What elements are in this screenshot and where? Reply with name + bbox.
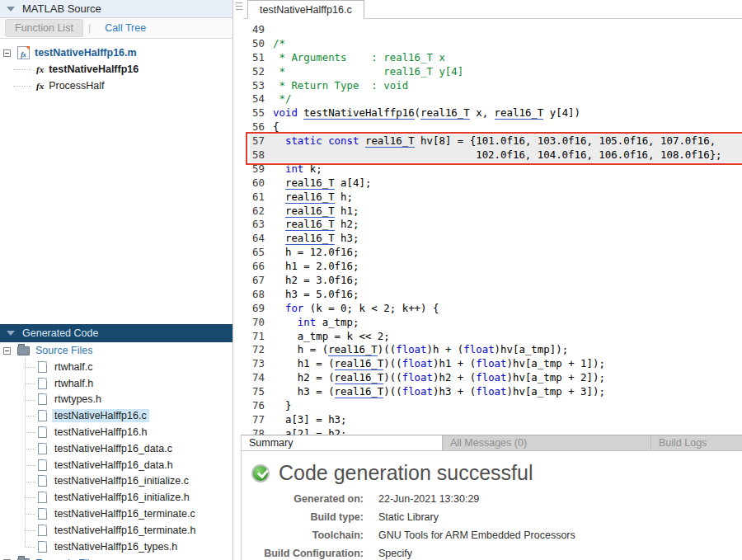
file-label[interactable]: testNativeHalffp16_types.h: [52, 540, 180, 553]
code-text: real16_T h1;: [273, 205, 359, 218]
code-token: [273, 218, 285, 230]
file-label[interactable]: testNativeHalffp16_data.h: [52, 459, 176, 472]
code-view[interactable]: 4950/*51 * Arguments : real16_T x52 * re…: [243, 19, 742, 435]
code-token: a_tmp = k << 2;: [273, 330, 390, 342]
generated-code-header[interactable]: Generated Code: [0, 324, 232, 342]
code-line-61[interactable]: 61 real16_T h;: [250, 191, 742, 205]
code-link[interactable]: real16_T: [335, 371, 384, 384]
code-link[interactable]: real16_T: [285, 205, 335, 218]
tree-item-rtwhalf-c[interactable]: rtwhalf.c: [0, 359, 232, 375]
code-line-57[interactable]: 57 static const real16_T hv[8] = {101.0f…: [250, 134, 742, 148]
tree-item-testnativehalffp16-terminate-h[interactable]: testNativeHalffp16_terminate.h: [0, 522, 232, 539]
code-line-52[interactable]: 52 * real16_T y[4]: [250, 65, 742, 79]
tree-item-testnativehalffp16[interactable]: fxtestNativeHalffp16: [0, 61, 232, 78]
code-line-62[interactable]: 62 real16_T h1;: [250, 205, 742, 219]
collapse-expander-icon[interactable]: [3, 49, 11, 57]
tree-item-testnativehalffp16-types-h[interactable]: testNativeHalffp16_types.h: [0, 539, 232, 555]
code-link[interactable]: real16_T: [285, 232, 335, 245]
code-link[interactable]: real16_T: [328, 343, 378, 356]
tab-summary[interactable]: Summary: [242, 435, 443, 450]
code-line-67[interactable]: 67 h2 = 3.0f16;: [250, 274, 742, 288]
tree-item-testnativehalffp16-terminate-c[interactable]: testNativeHalffp16_terminate.c: [0, 506, 232, 522]
collapse-expander-icon[interactable]: [3, 347, 11, 355]
code-line-59[interactable]: 59 int k;: [250, 162, 742, 176]
code-line-49[interactable]: 49: [250, 23, 742, 37]
code-link[interactable]: real16_T: [335, 357, 384, 370]
code-line-73[interactable]: 73 h1 = (real16_T)((float)h1 + (float)hv…: [250, 357, 742, 371]
file-icon: [38, 475, 47, 487]
tree-item-rtwtypes-h[interactable]: rtwtypes.h: [0, 392, 232, 408]
tab-separator: |: [88, 22, 91, 34]
code-line-68[interactable]: 68 h3 = 5.0f16;: [250, 288, 742, 302]
function-label[interactable]: testNativeHalffp16: [49, 64, 139, 75]
code-line-75[interactable]: 75 h3 = (real16_T)((float)h3 + (float)hv…: [250, 385, 742, 399]
tree-item-processhalf[interactable]: fxProcessHalf: [0, 78, 232, 94]
tree-item-source-file[interactable]: fx testNativeHalffp16.m: [0, 45, 232, 61]
tree-item-source-files-folder[interactable]: Source Files: [0, 342, 232, 359]
code-line-65[interactable]: 65 h = 12.0f16;: [250, 246, 742, 260]
file-label[interactable]: rtwhalf.h: [52, 377, 96, 390]
code-link[interactable]: real16_T: [285, 191, 335, 204]
tree-item-testnativehalffp16-data-c[interactable]: testNativeHalffp16_data.c: [0, 440, 232, 457]
code-line-55[interactable]: 55void testNativeHalffp16(real16_T x, re…: [250, 106, 742, 120]
code-token: a_tmp;: [316, 316, 359, 328]
collapse-triangle-icon[interactable]: [7, 331, 15, 336]
code-editor-panel: testNativeHalffp16.c 4950/*51 * Argument…: [243, 0, 742, 435]
file-label[interactable]: testNativeHalffp16_data.c: [52, 442, 175, 455]
code-link[interactable]: real16_T: [495, 106, 544, 120]
code-line-76[interactable]: 76 }: [250, 399, 742, 413]
code-line-50[interactable]: 50/*: [250, 37, 742, 51]
splitter-grip-icon[interactable]: [236, 2, 242, 10]
collapse-triangle-icon[interactable]: [7, 7, 15, 12]
view-tab-call-tree[interactable]: Call Tree: [96, 20, 155, 36]
code-line-54[interactable]: 54 */: [250, 92, 742, 106]
code-line-74[interactable]: 74 h2 = (real16_T)((float)h2 + (float)hv…: [250, 371, 742, 385]
tree-item-testnativehalffp16-initialize-h[interactable]: testNativeHalffp16_initialize.h: [0, 489, 232, 506]
code-line-66[interactable]: 66 h1 = 2.0f16;: [250, 260, 742, 274]
tree-item-testnativehalffp16-h[interactable]: testNativeHalffp16.h: [0, 424, 232, 440]
file-label[interactable]: rtwtypes.h: [52, 393, 104, 406]
code-line-70[interactable]: 70 int a_tmp;: [250, 316, 742, 330]
matlab-source-header[interactable]: MATLAB Source: [0, 0, 232, 18]
code-link[interactable]: testNativeHalffp16: [303, 106, 414, 120]
code-line-78[interactable]: 78 a[2] = h2;: [250, 427, 742, 435]
source-file-label[interactable]: testNativeHalffp16.m: [35, 47, 137, 59]
file-label[interactable]: rtwhalf.c: [52, 360, 96, 374]
code-link[interactable]: real16_T: [420, 106, 470, 120]
function-label[interactable]: ProcessHalf: [49, 80, 104, 92]
file-label[interactable]: testNativeHalffp16_initialize.h: [52, 491, 192, 504]
tree-item-testnativehalffp16-initialize-c[interactable]: testNativeHalffp16_initialize.c: [0, 473, 232, 490]
code-link[interactable]: real16_T: [335, 385, 384, 398]
file-label[interactable]: testNativeHalffp16_initialize.c: [52, 474, 191, 487]
code-line-64[interactable]: 64 real16_T h3;: [250, 232, 742, 246]
file-label[interactable]: testNativeHalffp16_terminate.c: [52, 507, 198, 520]
code-line-56[interactable]: 56{: [250, 120, 742, 134]
code-line-72[interactable]: 72 h = (real16_T)((float)h + (float)hv[a…: [250, 343, 742, 357]
tree-item-clipped[interactable]: Example Files: [0, 555, 232, 560]
code-line-51[interactable]: 51 * Arguments : real16_T x: [250, 51, 742, 65]
code-line-58[interactable]: 58 102.0f16, 104.0f16, 106.0f16, 108.0f1…: [250, 148, 742, 162]
source-files-label[interactable]: Source Files: [35, 345, 92, 356]
code-line-63[interactable]: 63 real16_T h2;: [250, 218, 742, 232]
tree-item-testnativehalffp16-data-h[interactable]: testNativeHalffp16_data.h: [0, 457, 232, 473]
code-line-71[interactable]: 71 a_tmp = k << 2;: [250, 330, 742, 344]
editor-tab-active[interactable]: testNativeHalffp16.c: [247, 0, 364, 19]
clipped-folder-label[interactable]: Example Files: [35, 558, 101, 560]
file-label[interactable]: testNativeHalffp16.h: [52, 426, 149, 439]
tree-item-rtwhalf-h[interactable]: rtwhalf.h: [0, 375, 232, 392]
code-line-60[interactable]: 60 real16_T a[4];: [250, 176, 742, 191]
tree-item-testnativehalffp16-c[interactable]: testNativeHalffp16.c: [0, 407, 232, 424]
file-label[interactable]: testNativeHalffp16.c: [52, 409, 149, 422]
view-tab-function-list[interactable]: Function List: [5, 19, 83, 37]
code-link[interactable]: real16_T: [365, 134, 415, 148]
tab-build-logs[interactable]: Build Logs: [651, 435, 742, 450]
file-icon: [38, 410, 47, 421]
code-line-69[interactable]: 69 for (k = 0; k < 2; k++) {: [250, 302, 742, 316]
code-link[interactable]: real16_T: [285, 218, 335, 231]
file-label[interactable]: testNativeHalffp16_terminate.h: [52, 524, 198, 537]
detail-row: Build type:Static Library: [242, 508, 742, 526]
tab-all-messages-0[interactable]: All Messages (0): [443, 435, 651, 450]
code-line-53[interactable]: 53 * Return Type : void: [250, 79, 742, 93]
code-link[interactable]: real16_T: [285, 176, 335, 190]
code-line-77[interactable]: 77 a[3] = h3;: [250, 413, 742, 427]
